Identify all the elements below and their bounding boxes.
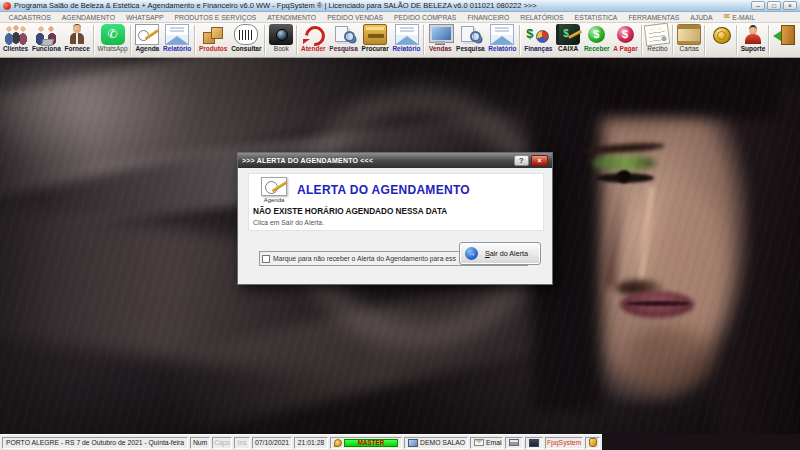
menu-item-label: FINANCEIRO — [467, 14, 509, 21]
toolbar-button-label: Receber — [584, 45, 610, 53]
close-button[interactable]: × — [783, 1, 797, 10]
toolbar-button-suporte[interactable]: Suporte — [739, 23, 767, 57]
toolbar-button-recibo[interactable]: Recibo — [644, 23, 672, 57]
menu-item-produtos-e-servi-os[interactable]: PRODUTOS E SERVIÇOS — [169, 14, 262, 21]
menu-item-ajuda[interactable]: AJUDA — [685, 14, 718, 21]
menu-item-label: CADASTROS — [9, 14, 51, 21]
dialog-content-panel: Agenda ALERTA DO AGENDAMENTO NÃO EXISTE … — [248, 173, 544, 231]
menu-item-label: ATENDIMENTO — [267, 14, 316, 21]
toolbar-button-cartas[interactable]: Cartas — [675, 23, 703, 57]
dialog-title-bar[interactable]: >>> ALERTA DO AGENDAMENTO <<< ? × — [238, 153, 552, 168]
toolbar-button-agenda-relatorio[interactable]: Relatório — [161, 23, 193, 57]
menu-item-estatistica[interactable]: ESTATISTICA — [569, 14, 623, 21]
toolbar-button-book[interactable]: Book — [267, 23, 295, 57]
toolbar-button-label: CAIXA — [558, 45, 578, 53]
title-bar[interactable]: Programa Salão de Beleza & Estética + Ag… — [0, 0, 800, 12]
printer-icon — [509, 439, 519, 446]
status-text: PORTO ALEGRE - RS 7 de Outubro de 2021 -… — [6, 439, 184, 446]
alert-dialog: >>> ALERTA DO AGENDAMENTO <<< ? × Agenda… — [237, 152, 553, 285]
toolbar-button-vendas-relatorio[interactable]: Relatório — [486, 23, 518, 57]
toolbar-separator — [736, 25, 738, 55]
maximize-button[interactable]: □ — [767, 1, 781, 10]
no-alert-checkbox[interactable] — [262, 255, 270, 263]
toolbar-button-sair-sistema[interactable] — [771, 23, 799, 57]
menu-item-atendimento[interactable]: ATENDIMENTO — [262, 14, 322, 21]
menu-item-relat-rios[interactable]: RELATÓRIOS — [515, 14, 569, 21]
status-num-lock: Num — [190, 437, 210, 449]
email-icon: ✉ — [724, 13, 731, 21]
toolbar-separator — [423, 25, 425, 55]
toolbar-separator — [296, 25, 298, 55]
searchdoc-icon — [458, 24, 482, 45]
barcode-icon — [234, 24, 258, 45]
toolbar-button-procurar[interactable]: Procurar — [360, 23, 391, 57]
toolbar-button-vendas[interactable]: Vendas — [426, 23, 454, 57]
menu-item-ferramentas[interactable]: FERRAMENTAS — [623, 14, 685, 21]
menu-item-agendamento[interactable]: AGENDAMENTO — [56, 14, 120, 21]
toolbar-button-atender-pesquisa[interactable]: Pesquisa — [327, 23, 359, 57]
menu-item-financeiro[interactable]: FINANCEIRO — [462, 14, 515, 21]
report-icon — [490, 24, 514, 45]
toolbar-button-label: WhatsApp — [98, 45, 128, 53]
status-brand: FpqSystem — [545, 437, 583, 449]
dialog-message: NÃO EXISTE HORÁRIO AGENDADO NESSA DATA — [253, 207, 447, 216]
report-icon — [165, 24, 189, 45]
status-security — [585, 437, 600, 449]
menu-item-pedido-compras[interactable]: PEDIDO COMPRAS — [389, 14, 462, 21]
toolbar-button-fornecedores[interactable]: Fornece — [63, 23, 92, 57]
whatsapp-icon — [101, 24, 125, 45]
menu-item-whatsapp[interactable]: WHATSAPP — [120, 14, 169, 21]
clients-icon — [4, 24, 28, 45]
coin-icon — [709, 24, 733, 45]
app-logo-icon — [3, 2, 11, 10]
status-bar: PORTO ALEGRE - RS 7 de Outubro de 2021 -… — [0, 434, 602, 450]
toolbar-button-label: Suporte — [741, 45, 766, 53]
minimize-button[interactable]: – — [751, 1, 765, 10]
status-text: 21:01:28 — [298, 439, 324, 446]
report-icon — [395, 24, 419, 45]
agenda-icon-label: Agenda — [255, 197, 293, 203]
status-text: Ins — [238, 439, 247, 446]
toolbar-button-agenda[interactable]: Agenda — [133, 23, 161, 57]
menu-item-pedido-vendas[interactable]: PEDIDO VENDAS — [322, 14, 389, 21]
menu-item-cadastros[interactable]: CADASTROS — [3, 14, 56, 21]
camera-icon — [269, 24, 293, 45]
toolbar-button-moedas[interactable] — [707, 23, 735, 57]
attend-icon — [301, 24, 325, 45]
toolbar-button-a-pagar[interactable]: A Pagar — [611, 23, 639, 57]
finance-icon — [526, 24, 550, 45]
dialog-help-button[interactable]: ? — [514, 155, 529, 166]
toolbar-button-whatsapp[interactable]: WhatsApp — [96, 23, 130, 57]
toolbar-button-atender-relatorio[interactable]: Relatório — [391, 23, 423, 57]
exit-alert-button-label: Sair do Alerta — [478, 249, 535, 258]
toolbar-button-funcionarios[interactable]: Funciona — [30, 23, 63, 57]
toolbar-button-label: Procurar — [362, 45, 389, 53]
menu-item-e-mail[interactable]: ✉E-MAIL — [718, 13, 760, 21]
supplier-icon — [65, 24, 89, 45]
app-window: Programa Salão de Beleza & Estética + Ag… — [0, 0, 800, 450]
toolbar-button-vendas-pesquisa[interactable]: Pesquisa — [454, 23, 486, 57]
computer-icon — [408, 439, 418, 447]
dialog-title: >>> ALERTA DO AGENDAMENTO <<< — [242, 157, 373, 164]
toolbar-button-atender[interactable]: Atender — [299, 23, 327, 57]
toolbar-button-consultar[interactable]: Consultar — [229, 23, 263, 57]
toolbar-button-label: Pesquisa — [329, 45, 358, 53]
toolbar-button-label: Vendas — [429, 45, 452, 53]
exit-alert-button[interactable]: → Sair do Alerta — [459, 242, 541, 265]
status-insert: Ins — [234, 437, 250, 449]
toolbar-separator — [768, 25, 770, 55]
toolbar: ClientesFuncionaForneceWhatsAppAgendaRel… — [0, 23, 800, 58]
toolbar-button-caixa[interactable]: CAIXA — [554, 23, 582, 57]
dialog-close-button[interactable]: × — [531, 155, 548, 166]
toolbar-button-clientes[interactable]: Clientes — [1, 23, 30, 57]
screen-icon — [529, 439, 539, 447]
menu-item-label: E-MAIL — [732, 14, 755, 21]
staff-icon — [34, 24, 58, 45]
toolbar-button-produtos[interactable]: Produtos — [197, 23, 229, 57]
toolbar-button-receber[interactable]: Receber — [582, 23, 611, 57]
toolbar-button-label: Fornece — [65, 45, 90, 53]
toolbar-separator — [519, 25, 521, 55]
greendollar-icon — [585, 24, 609, 45]
menu-item-label: FERRAMENTAS — [628, 14, 679, 21]
toolbar-button-financas[interactable]: Finanças — [522, 23, 554, 57]
